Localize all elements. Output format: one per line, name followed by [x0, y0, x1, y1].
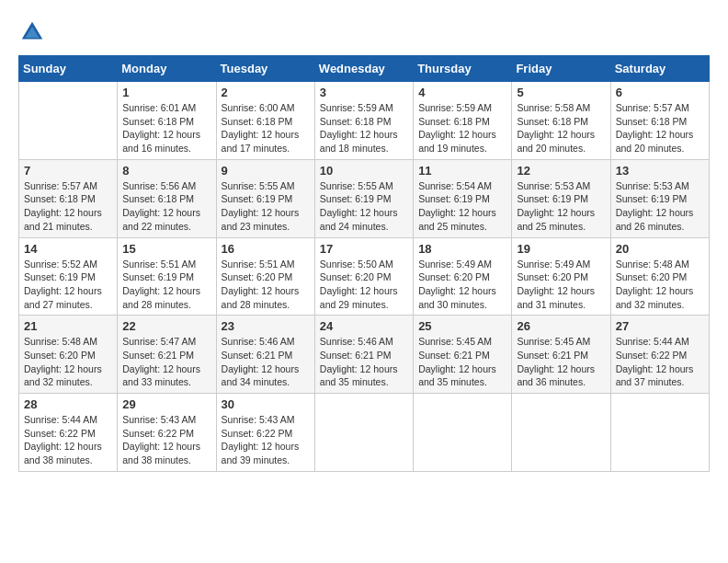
day-info: Sunrise: 5:46 AM Sunset: 6:21 PM Dayligh… [222, 335, 310, 389]
weekday-header-tuesday: Tuesday [216, 56, 314, 82]
calendar-cell: 30Sunrise: 5:43 AM Sunset: 6:22 PM Dayli… [216, 394, 314, 472]
weekday-header-friday: Friday [512, 56, 610, 82]
day-number: 27 [616, 319, 704, 333]
day-number: 8 [122, 164, 210, 178]
day-number: 17 [320, 242, 408, 256]
day-number: 23 [222, 319, 310, 333]
day-info: Sunrise: 5:54 AM Sunset: 6:19 PM Dayligh… [418, 179, 506, 234]
day-number: 28 [24, 397, 112, 411]
weekday-header-monday: Monday [118, 56, 216, 82]
day-info: Sunrise: 5:51 AM Sunset: 6:20 PM Dayligh… [222, 258, 310, 312]
calendar-cell: 23Sunrise: 5:46 AM Sunset: 6:21 PM Dayli… [216, 316, 314, 394]
calendar-cell: 8Sunrise: 5:56 AM Sunset: 6:18 PM Daylig… [118, 159, 216, 237]
day-info: Sunrise: 5:44 AM Sunset: 6:22 PM Dayligh… [616, 335, 704, 389]
calendar-cell: 18Sunrise: 5:49 AM Sunset: 6:20 PM Dayli… [414, 237, 512, 316]
calendar-cell: 11Sunrise: 5:54 AM Sunset: 6:19 PM Dayli… [414, 159, 512, 237]
calendar-cell: 15Sunrise: 5:51 AM Sunset: 6:19 PM Dayli… [118, 237, 216, 316]
day-number: 1 [122, 86, 210, 99]
day-info: Sunrise: 5:46 AM Sunset: 6:21 PM Dayligh… [320, 335, 408, 389]
day-number: 5 [517, 86, 605, 99]
day-number: 9 [222, 164, 310, 178]
day-number: 4 [418, 86, 506, 99]
day-info: Sunrise: 5:53 AM Sunset: 6:19 PM Dayligh… [616, 179, 704, 234]
calendar-cell [414, 394, 512, 472]
weekday-header-saturday: Saturday [610, 56, 709, 82]
calendar-cell: 21Sunrise: 5:48 AM Sunset: 6:20 PM Dayli… [19, 316, 118, 394]
page-header [18, 18, 710, 46]
day-number: 24 [320, 319, 408, 333]
calendar-cell: 6Sunrise: 5:57 AM Sunset: 6:18 PM Daylig… [610, 82, 709, 160]
weekday-header-thursday: Thursday [414, 56, 512, 82]
day-info: Sunrise: 5:43 AM Sunset: 6:22 PM Dayligh… [122, 413, 210, 467]
day-number: 11 [418, 164, 506, 178]
day-number: 22 [122, 319, 210, 333]
day-number: 20 [616, 242, 704, 256]
day-info: Sunrise: 5:55 AM Sunset: 6:19 PM Dayligh… [222, 179, 310, 234]
weekday-header-sunday: Sunday [19, 56, 118, 82]
day-number: 13 [616, 164, 704, 178]
weekday-header-wednesday: Wednesday [314, 56, 413, 82]
day-info: Sunrise: 5:48 AM Sunset: 6:20 PM Dayligh… [24, 335, 112, 389]
calendar-cell: 17Sunrise: 5:50 AM Sunset: 6:20 PM Dayli… [314, 237, 413, 316]
calendar-cell [610, 394, 709, 472]
day-number: 15 [122, 242, 210, 256]
calendar-week-1: 1Sunrise: 6:01 AM Sunset: 6:18 PM Daylig… [19, 82, 710, 160]
calendar-cell: 27Sunrise: 5:44 AM Sunset: 6:22 PM Dayli… [610, 316, 709, 394]
day-number: 16 [222, 242, 310, 256]
day-info: Sunrise: 6:01 AM Sunset: 6:18 PM Dayligh… [122, 101, 210, 155]
calendar-cell: 28Sunrise: 5:44 AM Sunset: 6:22 PM Dayli… [19, 394, 118, 472]
calendar-cell: 7Sunrise: 5:57 AM Sunset: 6:18 PM Daylig… [19, 159, 118, 237]
calendar-cell: 5Sunrise: 5:58 AM Sunset: 6:18 PM Daylig… [512, 82, 610, 160]
calendar-cell: 10Sunrise: 5:55 AM Sunset: 6:19 PM Dayli… [314, 159, 413, 237]
day-info: Sunrise: 5:56 AM Sunset: 6:18 PM Dayligh… [122, 179, 210, 234]
day-info: Sunrise: 5:58 AM Sunset: 6:18 PM Dayligh… [517, 101, 605, 155]
day-number: 30 [222, 397, 310, 411]
calendar-cell: 1Sunrise: 6:01 AM Sunset: 6:18 PM Daylig… [118, 82, 216, 160]
day-number: 29 [122, 397, 210, 411]
day-info: Sunrise: 5:59 AM Sunset: 6:18 PM Dayligh… [320, 101, 408, 155]
calendar-cell: 3Sunrise: 5:59 AM Sunset: 6:18 PM Daylig… [314, 82, 413, 160]
day-info: Sunrise: 5:47 AM Sunset: 6:21 PM Dayligh… [122, 335, 210, 389]
logo [18, 18, 50, 46]
day-info: Sunrise: 5:45 AM Sunset: 6:21 PM Dayligh… [418, 335, 506, 389]
day-number: 3 [320, 86, 408, 99]
calendar-cell: 22Sunrise: 5:47 AM Sunset: 6:21 PM Dayli… [118, 316, 216, 394]
calendar-week-3: 14Sunrise: 5:52 AM Sunset: 6:19 PM Dayli… [19, 237, 710, 316]
day-number: 14 [24, 242, 112, 256]
day-number: 7 [24, 164, 112, 178]
calendar-cell [512, 394, 610, 472]
day-number: 18 [418, 242, 506, 256]
day-number: 6 [616, 86, 704, 99]
calendar-cell: 16Sunrise: 5:51 AM Sunset: 6:20 PM Dayli… [216, 237, 314, 316]
calendar-cell: 26Sunrise: 5:45 AM Sunset: 6:21 PM Dayli… [512, 316, 610, 394]
day-info: Sunrise: 5:49 AM Sunset: 6:20 PM Dayligh… [418, 258, 506, 312]
day-info: Sunrise: 5:55 AM Sunset: 6:19 PM Dayligh… [320, 179, 408, 234]
day-number: 19 [517, 242, 605, 256]
day-info: Sunrise: 5:44 AM Sunset: 6:22 PM Dayligh… [24, 413, 112, 467]
calendar-cell: 19Sunrise: 5:49 AM Sunset: 6:20 PM Dayli… [512, 237, 610, 316]
day-number: 25 [418, 319, 506, 333]
day-number: 2 [222, 86, 310, 99]
day-info: Sunrise: 5:53 AM Sunset: 6:19 PM Dayligh… [517, 179, 605, 234]
day-info: Sunrise: 5:49 AM Sunset: 6:20 PM Dayligh… [517, 258, 605, 312]
day-number: 12 [517, 164, 605, 178]
day-info: Sunrise: 5:50 AM Sunset: 6:20 PM Dayligh… [320, 258, 408, 312]
calendar-cell: 4Sunrise: 5:59 AM Sunset: 6:18 PM Daylig… [414, 82, 512, 160]
day-info: Sunrise: 5:59 AM Sunset: 6:18 PM Dayligh… [418, 101, 506, 155]
day-info: Sunrise: 5:57 AM Sunset: 6:18 PM Dayligh… [24, 179, 112, 234]
calendar-cell [314, 394, 413, 472]
calendar-cell: 20Sunrise: 5:48 AM Sunset: 6:20 PM Dayli… [610, 237, 709, 316]
day-info: Sunrise: 5:48 AM Sunset: 6:20 PM Dayligh… [616, 258, 704, 312]
day-number: 10 [320, 164, 408, 178]
calendar-cell: 29Sunrise: 5:43 AM Sunset: 6:22 PM Dayli… [118, 394, 216, 472]
day-number: 21 [24, 319, 112, 333]
day-info: Sunrise: 5:43 AM Sunset: 6:22 PM Dayligh… [222, 413, 310, 467]
calendar-cell: 9Sunrise: 5:55 AM Sunset: 6:19 PM Daylig… [216, 159, 314, 237]
day-info: Sunrise: 5:51 AM Sunset: 6:19 PM Dayligh… [122, 258, 210, 312]
day-number: 26 [517, 319, 605, 333]
calendar-week-5: 28Sunrise: 5:44 AM Sunset: 6:22 PM Dayli… [19, 394, 710, 472]
day-info: Sunrise: 5:57 AM Sunset: 6:18 PM Dayligh… [616, 101, 704, 155]
calendar-cell: 14Sunrise: 5:52 AM Sunset: 6:19 PM Dayli… [19, 237, 118, 316]
calendar-cell: 24Sunrise: 5:46 AM Sunset: 6:21 PM Dayli… [314, 316, 413, 394]
calendar-cell: 25Sunrise: 5:45 AM Sunset: 6:21 PM Dayli… [414, 316, 512, 394]
